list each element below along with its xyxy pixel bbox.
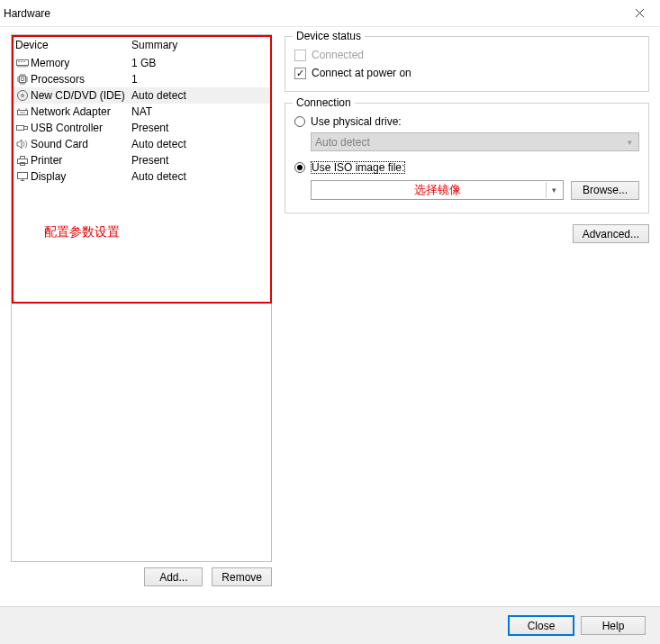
memory-icon bbox=[14, 59, 30, 68]
physical-drive-label[interactable]: Use physical drive: bbox=[311, 115, 402, 128]
physical-drive-combo: Auto detect ▾ bbox=[311, 132, 639, 151]
svg-rect-0 bbox=[16, 59, 28, 65]
add-button[interactable]: Add... bbox=[144, 567, 203, 586]
remove-button[interactable]: Remove bbox=[212, 567, 272, 586]
device-name: USB Controller bbox=[30, 122, 131, 134]
device-name: New CD/DVD (IDE) bbox=[30, 89, 131, 102]
svg-rect-2 bbox=[21, 78, 23, 81]
device-status-group: Device status Connected Connect at power… bbox=[285, 36, 649, 92]
device-summary: Present bbox=[131, 154, 271, 167]
svg-rect-6 bbox=[16, 126, 23, 131]
device-name: Display bbox=[30, 170, 131, 183]
device-name: Sound Card bbox=[30, 138, 131, 150]
device-summary: 1 GB bbox=[131, 57, 271, 69]
svg-rect-11 bbox=[17, 173, 27, 179]
device-name: Network Adapter bbox=[30, 105, 131, 118]
device-list-panel: Device Summary Memory1 GBProcessors1New … bbox=[11, 34, 272, 562]
device-row[interactable]: USB ControllerPresent bbox=[12, 120, 271, 136]
header-device[interactable]: Device bbox=[12, 39, 131, 51]
connection-legend: Connection bbox=[293, 96, 355, 109]
display-icon bbox=[14, 171, 30, 182]
device-summary: Auto detect bbox=[131, 170, 271, 183]
svg-rect-7 bbox=[23, 127, 27, 130]
svg-rect-1 bbox=[19, 77, 25, 83]
device-summary: Present bbox=[131, 122, 271, 134]
device-name: Processors bbox=[30, 73, 131, 86]
advanced-button[interactable]: Advanced... bbox=[573, 224, 649, 243]
device-row[interactable]: Processors1 bbox=[12, 71, 271, 87]
device-row[interactable]: PrinterPresent bbox=[12, 152, 271, 168]
sound-icon bbox=[14, 139, 30, 150]
device-summary: NAT bbox=[131, 105, 271, 118]
connected-label: Connected bbox=[312, 49, 364, 61]
physical-drive-value: Auto detect bbox=[315, 136, 370, 149]
close-button[interactable]: Close bbox=[509, 616, 574, 635]
svg-point-3 bbox=[17, 91, 27, 101]
chevron-down-icon: ▾ bbox=[622, 135, 637, 149]
svg-point-4 bbox=[21, 95, 23, 97]
device-row[interactable]: Memory1 GB bbox=[12, 55, 271, 71]
cd-icon bbox=[14, 89, 30, 102]
device-summary: Auto detect bbox=[131, 138, 271, 150]
help-button[interactable]: Help bbox=[581, 616, 646, 635]
device-name: Printer bbox=[30, 154, 131, 167]
annotation-text: 配置参数设置 bbox=[44, 224, 120, 240]
printer-icon bbox=[14, 155, 30, 167]
dialog-footer: Close Help bbox=[0, 606, 660, 644]
svg-rect-9 bbox=[20, 156, 24, 159]
physical-drive-radio[interactable] bbox=[294, 116, 305, 127]
connected-checkbox bbox=[294, 50, 306, 61]
title-bar: Hardware bbox=[0, 0, 660, 27]
device-row[interactable]: New CD/DVD (IDE)Auto detect bbox=[12, 87, 271, 104]
power-on-label[interactable]: Connect at power on bbox=[312, 67, 411, 79]
network-icon bbox=[14, 106, 30, 117]
device-name: Memory bbox=[30, 57, 131, 69]
device-row[interactable]: Sound CardAuto detect bbox=[12, 136, 271, 152]
close-icon[interactable] bbox=[619, 0, 660, 27]
cpu-icon bbox=[14, 73, 30, 86]
iso-radio[interactable] bbox=[294, 162, 305, 173]
connection-group: Connection Use physical drive: Auto dete… bbox=[285, 103, 649, 213]
iso-file-combo[interactable]: 选择镜像 ▾ bbox=[311, 180, 564, 200]
device-list-header: Device Summary bbox=[12, 35, 271, 55]
chevron-down-icon[interactable]: ▾ bbox=[546, 182, 562, 198]
browse-button[interactable]: Browse... bbox=[571, 181, 639, 200]
header-summary[interactable]: Summary bbox=[131, 39, 271, 51]
iso-placeholder: 选择镜像 bbox=[414, 182, 461, 198]
device-summary: 1 bbox=[131, 73, 271, 86]
power-on-checkbox[interactable] bbox=[294, 68, 306, 79]
device-status-legend: Device status bbox=[293, 30, 365, 42]
device-row[interactable]: DisplayAuto detect bbox=[12, 168, 271, 185]
device-row[interactable]: Network AdapterNAT bbox=[12, 104, 271, 120]
window-title: Hardware bbox=[4, 7, 50, 20]
usb-icon bbox=[14, 122, 30, 133]
device-summary: Auto detect bbox=[131, 89, 271, 102]
iso-label[interactable]: Use ISO image file: bbox=[311, 161, 405, 174]
